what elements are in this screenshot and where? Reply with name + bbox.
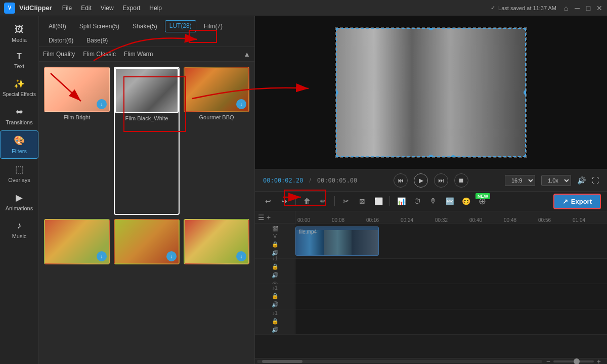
lock-icon-1[interactable]: 🔒	[272, 263, 279, 270]
close-button[interactable]: ✕	[596, 5, 603, 12]
export-button[interactable]: ↗ Export	[553, 194, 601, 209]
tab-lut[interactable]: LUT(28)	[165, 20, 196, 32]
transform-button[interactable]: ⬜	[371, 194, 385, 208]
filter-panel: All(60) Split Screen(5) Shake(5) LUT(28)…	[39, 16, 255, 364]
special-effects-icon: ✨	[14, 78, 25, 89]
cat-film-quality[interactable]: Film Quality	[43, 51, 75, 58]
filter-food1[interactable]: ↓	[44, 219, 110, 359]
zoom-in-button[interactable]: +	[597, 357, 601, 365]
cat-flim-classic[interactable]: Flim Classic	[83, 51, 116, 58]
scroll-up-icon[interactable]: ▲	[243, 50, 250, 58]
audio-icon-video[interactable]: 🔊	[272, 250, 279, 256]
filters-icon: 🎨	[14, 135, 25, 146]
video-track-label: V	[273, 234, 277, 239]
sidebar-item-special-effects[interactable]: ✨ Special Effects	[0, 74, 38, 101]
ruler-64: 01:04	[573, 217, 607, 223]
lock-icon[interactable]: 🔒	[272, 241, 279, 248]
ratio-select[interactable]: 16:9	[505, 175, 535, 186]
volume-icon[interactable]: 🔊	[577, 176, 586, 185]
stop-button[interactable]: ⏹	[454, 173, 468, 188]
timeline-scrollbar-thumb[interactable]	[262, 360, 302, 363]
window-controls: ⌂ ─ □ ✕	[562, 5, 603, 12]
tab-split-screen[interactable]: Split Screen(5)	[74, 20, 125, 32]
download-food2-icon[interactable]: ↓	[166, 251, 177, 261]
sidebar-item-music[interactable]: ♪ Music	[0, 216, 38, 243]
preview-area: 00:00:02.20 / 00:00:05.00 ⏮ ▶ ⏭ ⏹ 16:9 1…	[255, 16, 607, 364]
zoom-thumb[interactable]	[574, 358, 580, 365]
video-frame	[336, 28, 526, 157]
toolbar: ↩ ↪ 🗑 ✏ ✂ ⊠ ⬜ 📊 ⏱ 🎙 🔤 😊 ⊕ NEW ↗ Export	[255, 191, 607, 211]
new-tool-button[interactable]: ⊕ NEW	[475, 194, 489, 208]
volume-icon-1[interactable]: 🔊	[272, 272, 279, 279]
volume-icon-3[interactable]: 🔊	[272, 327, 279, 333]
crop-button[interactable]: ⊠	[355, 194, 369, 208]
menu-edit[interactable]: Edit	[81, 5, 92, 12]
tab-film[interactable]: Film(7)	[198, 20, 228, 32]
download-food1-icon[interactable]: ↓	[97, 251, 107, 261]
maximize-button[interactable]: □	[585, 5, 592, 12]
volume-icon-2[interactable]: 🔊	[272, 301, 279, 308]
save-status: ✓ Last saved at 11:37 AM	[491, 5, 556, 11]
redo-button[interactable]: ↪	[277, 194, 291, 208]
forward-button[interactable]: ⏭	[434, 173, 448, 188]
preview-canvas	[255, 16, 607, 169]
download-bbq-icon[interactable]: ↓	[236, 99, 246, 109]
sticker-button[interactable]: 😊	[459, 194, 473, 208]
tab-base[interactable]: Base(9)	[81, 34, 113, 47]
filter-thumb-food1: ↓	[44, 219, 110, 264]
new-badge: NEW	[475, 193, 490, 199]
fullscreen-icon[interactable]: ⛶	[592, 176, 599, 185]
minimize-button[interactable]: ─	[574, 5, 581, 12]
audio-3-label: ♪1	[272, 310, 278, 316]
video-clip[interactable]: file.mp4	[295, 226, 379, 256]
chart-button[interactable]: 📊	[394, 194, 408, 208]
lock-icon-3[interactable]: 🔒	[272, 318, 279, 325]
home-button[interactable]: ⌂	[562, 5, 570, 12]
delete-button[interactable]: 🗑	[300, 194, 314, 208]
lock-icon-2[interactable]: 🔒	[272, 293, 279, 299]
cat-flim-warm[interactable]: Flim Warm	[124, 51, 153, 58]
mic-button[interactable]: 🎙	[426, 194, 441, 208]
zoom-out-button[interactable]: −	[546, 357, 550, 365]
tab-all[interactable]: All(60)	[43, 20, 72, 32]
filter-thumb-food3: ↓	[184, 219, 249, 264]
text-icon: T	[17, 52, 22, 61]
download-bright-icon[interactable]: ↓	[97, 99, 107, 109]
sidebar-item-animations[interactable]: ▶ Animations	[0, 188, 38, 215]
filter-flim-bw[interactable]: Flim Black_White	[114, 67, 180, 215]
menu-view[interactable]: View	[101, 5, 114, 12]
audio-track-3-header: ♪1 🔒 🔊	[255, 309, 295, 334]
download-food3-icon[interactable]: ↓	[236, 251, 246, 261]
filter-gourmet-bbq[interactable]: ↓ Gourmet BBQ	[184, 67, 249, 215]
time-separator: /	[309, 177, 311, 184]
transitions-icon: ⬌	[16, 106, 23, 117]
sidebar-item-filters[interactable]: 🎨 Filters	[0, 130, 38, 159]
filter-food3[interactable]: ↓	[184, 219, 249, 359]
filter-thumb-bw	[115, 68, 179, 113]
title-bar: V VidClipper File Edit View Export Help …	[0, 0, 607, 16]
rewind-button[interactable]: ⏮	[394, 173, 408, 188]
filter-food2[interactable]: ↓	[114, 219, 180, 359]
play-button[interactable]: ▶	[414, 173, 428, 188]
sidebar-item-media[interactable]: 🖼 Media	[0, 20, 38, 47]
menu-file[interactable]: File	[62, 5, 72, 12]
sidebar-item-text[interactable]: T Text	[0, 48, 38, 73]
add-track-plus-icon[interactable]: +	[267, 213, 271, 221]
tab-shake[interactable]: Shake(5)	[127, 20, 163, 32]
filter-flim-bright[interactable]: ↓ Flim Bright	[44, 67, 110, 215]
tab-distort[interactable]: Distort(6)	[43, 34, 79, 47]
audio-track-1-row: ♪1 🔒 🔊 👁	[255, 259, 607, 284]
menu-help[interactable]: Help	[149, 5, 162, 12]
add-track-button[interactable]: ☰	[258, 213, 265, 221]
undo-button[interactable]: ↩	[261, 194, 275, 208]
edit-button[interactable]: ✏	[316, 194, 330, 208]
menu-export[interactable]: Export	[123, 5, 141, 12]
text-edit-button[interactable]: 🔤	[443, 194, 457, 208]
timeline-scrollbar-track[interactable]	[257, 360, 542, 363]
cut-button[interactable]: ✂	[339, 194, 353, 208]
clock-button[interactable]: ⏱	[410, 194, 424, 208]
zoom-slider[interactable]	[553, 360, 594, 362]
sidebar-item-overlays[interactable]: ⬚ Overlays	[0, 160, 38, 187]
sidebar-item-transitions[interactable]: ⬌ Transitions	[0, 102, 38, 129]
speed-select[interactable]: 1.0x	[541, 175, 571, 186]
